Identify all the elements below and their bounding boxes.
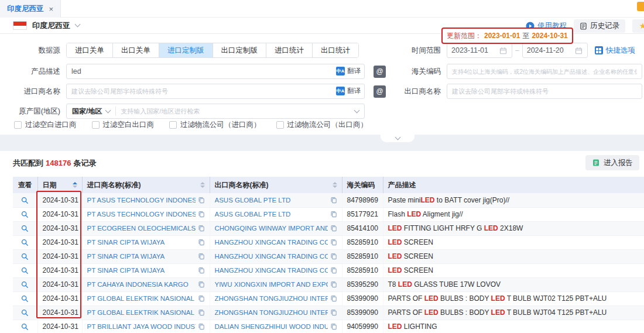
view-magnifier-icon[interactable]: [21, 267, 29, 274]
copy-icon[interactable]: [198, 239, 205, 246]
data-source-tab[interactable]: 出口关单: [113, 43, 159, 57]
hs-code-input[interactable]: [447, 64, 642, 79]
copy-icon[interactable]: [330, 295, 337, 302]
exporter-link[interactable]: HANGZHOU XINGCAN TRADING CO LTD: [215, 267, 328, 274]
column-header[interactable]: 进口商名称(标准): [82, 177, 210, 193]
hs-code-cell: 94059990: [342, 320, 383, 333]
copy-icon[interactable]: [198, 267, 205, 274]
copy-icon[interactable]: [330, 281, 337, 288]
filter-checkbox[interactable]: 过滤物流公司（出口商）: [276, 120, 368, 130]
filter-checkbox[interactable]: 过滤物流公司（进口商）: [169, 120, 261, 130]
checkbox-icon[interactable]: [92, 121, 100, 129]
copy-icon[interactable]: [198, 225, 205, 232]
filter-checkbox[interactable]: 过滤空白进口商: [14, 120, 77, 130]
importer-link[interactable]: PT ASUS TECHNOLOGY INDONESIA BA...: [87, 211, 196, 218]
hs-code-cell: 85395290: [342, 277, 383, 291]
product-desc-cell: Flash LED Aligment jig//: [383, 207, 644, 221]
view-magnifier-icon[interactable]: [21, 295, 29, 303]
checkbox-icon[interactable]: [14, 121, 22, 129]
importer-link[interactable]: PT SINAR CIPTA WIJAYA: [87, 267, 196, 274]
importer-link[interactable]: PT GLOBAL ELEKTRIK NASIONAL: [87, 309, 196, 316]
exporter-link[interactable]: ZHONGSHAN TONGJIUZHOU INTERNA...: [215, 309, 328, 316]
exporter-name-input[interactable]: [447, 84, 642, 99]
origin-type-select[interactable]: 国家/地区: [67, 107, 115, 116]
start-date-input[interactable]: [451, 46, 497, 54]
data-source-tab[interactable]: 出口统计: [313, 43, 358, 57]
table-row: 2024-10-31PT ASUS TECHNOLOGY INDONESIA B…: [13, 207, 644, 221]
importer-link[interactable]: PT SINAR CIPTA WIJAYA: [87, 253, 196, 260]
view-magnifier-icon[interactable]: [21, 253, 29, 260]
origin-search-input[interactable]: [116, 107, 350, 115]
chevron-down-icon[interactable]: [75, 22, 81, 28]
exporter-link[interactable]: CHONGQING WINWAY IMPORT AND E...: [215, 225, 328, 232]
sort-icon[interactable]: [200, 182, 205, 188]
end-date-field[interactable]: [522, 43, 588, 58]
copy-icon[interactable]: [198, 295, 205, 302]
view-magnifier-icon[interactable]: [21, 225, 29, 232]
chevron-down-icon[interactable]: [354, 108, 360, 114]
end-date-input[interactable]: [527, 46, 573, 54]
copy-icon[interactable]: [198, 309, 205, 316]
importer-link[interactable]: PT BRILLIANT JAYA WOOD INDUSTRY: [87, 323, 196, 330]
enter-report-button[interactable]: 进入报告: [585, 155, 639, 170]
copy-icon[interactable]: [330, 225, 337, 232]
sort-icon[interactable]: [333, 182, 337, 188]
copy-icon[interactable]: [198, 323, 205, 330]
exporter-link[interactable]: HANGZHOU XINGCAN TRADING CO LTD: [215, 253, 328, 260]
product-desc-input[interactable]: [66, 64, 365, 79]
importer-link[interactable]: PT SINAR CIPTA WIJAYA: [87, 239, 196, 246]
data-source-tab[interactable]: 进口统计: [266, 43, 313, 57]
exporter-link[interactable]: YIWU XIONGXIN IMPORT AND EXPORT...: [215, 281, 328, 288]
history-button[interactable]: 历史记录: [574, 19, 625, 33]
view-magnifier-icon[interactable]: [21, 211, 29, 218]
view-magnifier-icon[interactable]: [21, 239, 29, 246]
favorite-button[interactable]: ★: [632, 19, 644, 33]
column-header[interactable]: 日期: [37, 177, 82, 193]
copy-icon[interactable]: [330, 253, 337, 260]
checkbox-icon[interactable]: [169, 121, 177, 129]
exporter-link[interactable]: ASUS GLOBAL PTE LTD: [215, 211, 328, 218]
copy-icon[interactable]: [330, 309, 337, 316]
sort-icon[interactable]: [73, 182, 77, 188]
copy-icon[interactable]: [330, 323, 337, 330]
copy-icon[interactable]: [330, 197, 337, 204]
checkbox-icon[interactable]: [276, 121, 284, 129]
product-desc-label: 产品描述: [0, 67, 66, 77]
filter-checkbox[interactable]: 过滤空白出口商: [92, 120, 155, 130]
view-magnifier-icon[interactable]: [21, 197, 29, 204]
data-source-tab[interactable]: 进口定制版: [159, 43, 213, 57]
exporter-link[interactable]: HANGZHOU XINGCAN TRADING CO LTD: [215, 239, 328, 246]
window-tab[interactable]: 印度尼西亚 ×: [0, 0, 61, 18]
exporter-link[interactable]: DALIAN SHENGZHIHUI WOOD INDUST...: [215, 323, 328, 330]
copy-icon[interactable]: [330, 211, 337, 218]
chevron-down-icon: [105, 108, 111, 114]
view-magnifier-icon[interactable]: [21, 323, 29, 331]
data-source-tab[interactable]: 出口定制版: [213, 43, 267, 57]
importer-name-input[interactable]: [66, 84, 365, 99]
view-magnifier-icon[interactable]: [21, 281, 29, 289]
copy-icon[interactable]: [198, 197, 205, 204]
copy-icon[interactable]: [330, 267, 337, 274]
hs-code-cell: 85399090: [342, 305, 383, 320]
quick-options-link[interactable]: 快捷选项: [595, 46, 635, 56]
view-magnifier-icon[interactable]: [21, 309, 29, 317]
importer-link[interactable]: PT ECOGREEN OLEOCHEMICALS: [87, 225, 196, 232]
exporter-link[interactable]: ZHONGSHAN TONGJIUZHOU INTERNA...: [215, 295, 328, 302]
column-header[interactable]: 出口商名称(标准): [210, 177, 342, 193]
results-panel: 共匹配到148176条记录 进入报告 查看日期进口商名称(标准)出口商名称(标准…: [0, 151, 644, 333]
translate-button[interactable]: 中A 翻译: [336, 67, 361, 75]
window-tab-title: 印度尼西亚: [7, 4, 44, 14]
collapse-panel-tab[interactable]: [381, 135, 415, 142]
importer-link[interactable]: PT CAHAYA INDONESIA KARGO: [87, 281, 196, 288]
start-date-field[interactable]: [447, 43, 512, 58]
close-icon[interactable]: ×: [49, 5, 54, 13]
copy-icon[interactable]: [330, 239, 337, 246]
translate-button[interactable]: 中A 翻译: [336, 87, 361, 95]
copy-icon[interactable]: [198, 281, 205, 288]
importer-link[interactable]: PT ASUS TECHNOLOGY INDONESIA BA...: [87, 197, 196, 204]
copy-icon[interactable]: [198, 211, 205, 218]
importer-link[interactable]: PT GLOBAL ELEKTRIK NASIONAL: [87, 295, 196, 302]
exporter-link[interactable]: ASUS GLOBAL PTE LTD: [215, 197, 328, 204]
copy-icon[interactable]: [198, 253, 205, 260]
data-source-tab[interactable]: 进口关单: [67, 43, 113, 57]
